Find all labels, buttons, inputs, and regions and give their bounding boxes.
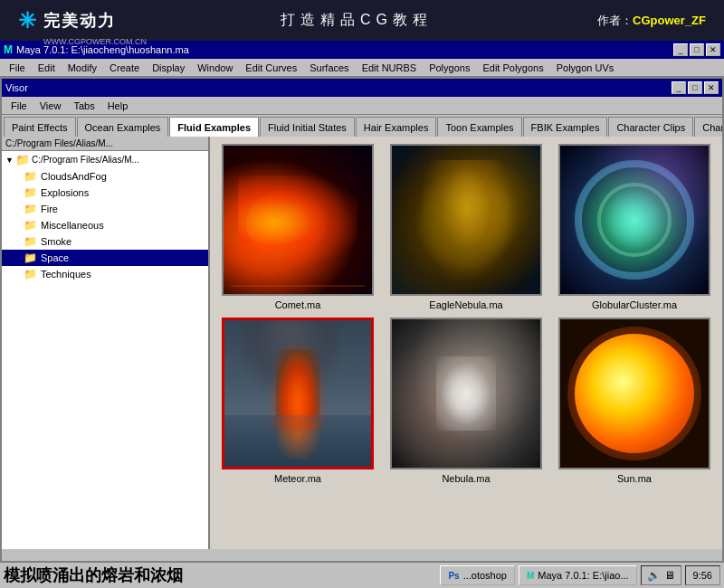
logo-snowflake: ✳: [18, 8, 36, 33]
tab-toon-examples[interactable]: Toon Examples: [437, 117, 521, 137]
tab-paint-effects[interactable]: Paint Effects: [4, 117, 76, 137]
thumb-img-comet: [222, 144, 374, 296]
visor-menu-tabs[interactable]: Tabs: [68, 99, 100, 113]
maya-titlebar-controls[interactable]: _ □ ✕: [673, 43, 720, 56]
clock-area: 9:56: [685, 565, 720, 585]
thumbnail-eagle-nebula[interactable]: EagleNebula.ma: [386, 144, 547, 310]
menu-item-surfaces[interactable]: Surfaces: [304, 61, 354, 75]
folder-icon-techniques: 📁: [24, 268, 37, 280]
maya-title: Maya 7.0.1: E:\jiaocheng\huoshann.ma: [16, 44, 189, 55]
right-panel[interactable]: Comet.ma EagleNebula.ma: [210, 137, 722, 549]
network-icon: 🖥: [664, 569, 675, 582]
menu-item-window[interactable]: Window: [192, 61, 238, 75]
maya-icon: M: [4, 43, 13, 56]
menu-item-editcurves[interactable]: Edit Curves: [240, 61, 302, 75]
tree-label-techniques: Techniques: [41, 269, 91, 280]
tab-ocean-examples[interactable]: Ocean Examples: [77, 117, 169, 137]
visor-menu-help[interactable]: Help: [102, 99, 134, 113]
tree-label-miscellaneous: Miscellaneous: [41, 220, 104, 231]
visor-minimize-button[interactable]: _: [672, 81, 686, 94]
folder-icon-space: 📁: [24, 251, 37, 264]
tree-root-item[interactable]: ▼ 📁 C:/Program Files/Alias/M...: [2, 151, 208, 168]
speaker-icon: 🔊: [647, 569, 661, 582]
tree-item-techniques[interactable]: 📁 Techniques: [2, 266, 208, 282]
sys-tray: 🔊 🖥: [641, 565, 681, 585]
path-bar: C:/Program Files/Alias/M...: [2, 137, 208, 151]
visor-titlebar-controls[interactable]: _ □ ✕: [672, 81, 719, 94]
banner-title: 打造精品CG教程: [281, 11, 433, 30]
tree-item-fire[interactable]: 📁 Fire: [2, 201, 208, 217]
tab-character-poses[interactable]: Character Poses: [694, 117, 722, 137]
menu-item-create[interactable]: Create: [104, 61, 145, 75]
thumb-img-nebula: [390, 318, 542, 469]
banner-author-area: 作者：CGpower_ZF: [597, 13, 706, 29]
thumb-label-nebula: Nebula.ma: [442, 473, 490, 484]
tree-label-explosions: Explosions: [41, 187, 89, 198]
menu-item-editnurbs[interactable]: Edit NURBS: [357, 61, 423, 75]
logo-cn-text: 完美动力: [43, 10, 116, 32]
photoshop-icon: Ps: [448, 571, 459, 581]
folder-icon-smoke: 📁: [24, 235, 37, 248]
clock-time: 9:56: [693, 570, 712, 581]
folder-icon-explosions: 📁: [24, 186, 37, 199]
content-area: C:/Program Files/Alias/M... ▼ 📁 C:/Progr…: [2, 137, 722, 549]
thumbnail-globular-cluster[interactable]: GlobularCluster.ma: [554, 144, 715, 310]
status-text: 模拟喷涌出的熔岩和浓烟: [4, 564, 436, 586]
menu-bar: FileEditModifyCreateDisplayWindowEdit Cu…: [0, 59, 724, 77]
menu-item-file[interactable]: File: [4, 61, 31, 75]
menu-item-modify[interactable]: Modify: [62, 61, 102, 75]
tree-item-space[interactable]: 📁 Space: [2, 250, 208, 266]
menu-item-display[interactable]: Display: [147, 61, 190, 75]
menu-item-polygons[interactable]: Polygons: [424, 61, 475, 75]
visor-window: Visor _ □ ✕ File View Tabs Help Paint Ef…: [0, 77, 724, 565]
tab-fluid-initial-states[interactable]: Fluid Initial States: [260, 117, 355, 137]
visor-menu-file[interactable]: File: [5, 99, 33, 113]
minimize-button[interactable]: _: [673, 43, 688, 56]
tab-character-clips[interactable]: Character Clips: [608, 117, 693, 137]
close-button[interactable]: ✕: [706, 43, 720, 56]
tree-item-miscellaneous[interactable]: 📁 Miscellaneous: [2, 217, 208, 233]
taskbar-photoshop[interactable]: Ps ...otoshop: [440, 565, 515, 585]
tree-item-smoke[interactable]: 📁 Smoke: [2, 233, 208, 250]
tree-label-space: Space: [41, 252, 69, 263]
tree-root-arrow: ▼: [5, 156, 14, 165]
status-bar: 模拟喷涌出的熔岩和浓烟 Ps ...otoshop M Maya 7.0.1: …: [0, 561, 724, 588]
visor-maximize-button[interactable]: □: [688, 81, 702, 94]
thumb-label-sun: Sun.ma: [617, 473, 652, 484]
tab-fbik-examples[interactable]: FBIK Examples: [523, 117, 608, 137]
thumbnail-nebula[interactable]: Nebula.ma: [386, 318, 547, 484]
visor-menu-view[interactable]: View: [34, 99, 67, 113]
menu-item-polygonuvs[interactable]: Polygon UVs: [551, 61, 620, 75]
top-banner: ✳ 完美动力 WWW.CGPOWER.COM.CN 打造精品CG教程 作者：CG…: [0, 0, 724, 41]
left-panel: C:/Program Files/Alias/M... ▼ 📁 C:/Progr…: [2, 137, 210, 549]
thumbnail-comet[interactable]: Comet.ma: [217, 144, 378, 310]
thumb-label-globular-cluster: GlobularCluster.ma: [592, 299, 677, 310]
thumb-img-eagle-nebula: [390, 144, 542, 296]
tree-item-explosions[interactable]: 📁 Explosions: [2, 185, 208, 201]
folder-icon-cloudsandfog: 📁: [24, 170, 37, 183]
photoshop-label: ...otoshop: [463, 570, 507, 581]
tree-label-smoke: Smoke: [41, 236, 71, 247]
thumbnail-meteor[interactable]: Meteor.ma: [217, 318, 378, 484]
menu-item-editpolygons[interactable]: Edit Polygons: [477, 61, 548, 75]
folder-icon-fire: 📁: [24, 203, 37, 215]
logo-area: ✳ 完美动力 WWW.CGPOWER.COM.CN: [18, 8, 116, 33]
thumb-img-globular-cluster: [558, 144, 710, 296]
logo-url-text: WWW.CGPOWER.COM.CN: [43, 37, 147, 46]
tab-fluid-examples[interactable]: Fluid Examples: [169, 117, 259, 137]
taskbar-maya[interactable]: M Maya 7.0.1: E:\jiao...: [519, 565, 637, 585]
thumb-label-comet: Comet.ma: [275, 299, 321, 310]
visor-titlebar: Visor _ □ ✕: [2, 79, 722, 97]
tabs-container: Paint Effects Ocean Examples Fluid Examp…: [2, 115, 722, 137]
tree-label-fire: Fire: [41, 204, 58, 214]
tree-item-cloudsandfog[interactable]: 📁 CloudsAndFog: [2, 168, 208, 185]
visor-close-button[interactable]: ✕: [704, 81, 719, 94]
tree-label-cloudsandfog: CloudsAndFog: [41, 171, 107, 182]
menu-item-edit[interactable]: Edit: [33, 61, 61, 75]
maya-taskbar-label: Maya 7.0.1: E:\jiao...: [538, 570, 628, 581]
thumbnail-sun[interactable]: Sun.ma: [554, 318, 715, 484]
banner-author-label: 作者：: [597, 14, 633, 27]
tab-hair-examples[interactable]: Hair Examples: [356, 117, 437, 137]
maximize-button[interactable]: □: [690, 43, 704, 56]
tree-root-label: C:/Program Files/Alias/M...: [32, 155, 139, 165]
